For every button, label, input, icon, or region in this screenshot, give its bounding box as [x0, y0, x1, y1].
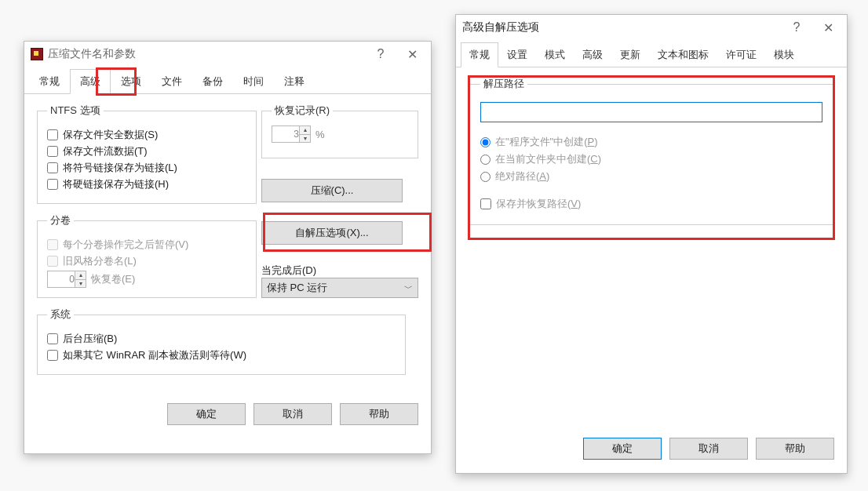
window-title-right: 高级自解压选项	[462, 20, 781, 35]
radio-progfiles[interactable]: 在"程序文件"中创建(P)	[480, 135, 822, 149]
ntfs-legend: NTFS 选项	[47, 104, 104, 118]
tab-options-left[interactable]: 选项	[111, 69, 151, 94]
cancel-button-left[interactable]: 取消	[253, 403, 332, 425]
help-button-right[interactable]: ?	[781, 16, 812, 38]
radio-current-input[interactable]	[480, 155, 491, 165]
vol-pause: 每个分卷操作完之后暂停(V)	[47, 238, 246, 252]
spin-up-icon[interactable]: ▴	[299, 126, 310, 135]
footer-left: 确定 取消 帮助	[24, 394, 431, 435]
recovery-group: 恢复记录(R) 3▴▾ %	[261, 104, 418, 158]
titlebar-right: 高级自解压选项 ? ✕	[456, 15, 847, 40]
titlebar-left: 压缩文件名和参数 ? ✕	[24, 42, 431, 67]
tab-module-right[interactable]: 模块	[765, 42, 803, 67]
close-button-right[interactable]: ✕	[812, 16, 844, 38]
ntfs-chk-2[interactable]	[47, 162, 58, 173]
volumes-group: 分卷 每个分卷操作完之后暂停(V) 旧风格分卷名(L) 0▴▾ 恢复卷(E)	[37, 213, 257, 298]
radio-progfiles-input[interactable]	[480, 137, 491, 147]
sys-bg[interactable]: 后台压缩(B)	[47, 332, 396, 346]
ntfs-chk-0[interactable]	[47, 129, 58, 140]
tabs-left: 常规 高级 选项 文件 备份 时间 注释	[24, 68, 431, 94]
recovery-legend: 恢复记录(R)	[272, 104, 333, 118]
spin-up-icon[interactable]: ▴	[75, 271, 86, 280]
system-legend: 系统	[47, 307, 74, 322]
help-button-left-footer[interactable]: 帮助	[340, 403, 418, 425]
cancel-button-right[interactable]: 取消	[669, 438, 748, 460]
vol-recover-label: 恢复卷(E)	[91, 272, 135, 286]
help-button-left[interactable]: ?	[365, 43, 396, 65]
tab-files-left[interactable]: 文件	[151, 69, 192, 94]
radio-current[interactable]: 在当前文件夹中创建(C)	[480, 152, 822, 166]
tab-texticon-right[interactable]: 文本和图标	[649, 42, 717, 67]
when-done-label: 当完成后(D)	[261, 264, 418, 278]
close-button-left[interactable]: ✕	[396, 43, 428, 65]
ok-button-right[interactable]: 确定	[583, 438, 662, 460]
tab-license-right[interactable]: 许可证	[717, 42, 765, 67]
sys-wait[interactable]: 如果其它 WinRAR 副本被激活则等待(W)	[47, 348, 396, 362]
extract-path-input[interactable]	[480, 102, 822, 122]
sfx-options-window: 高级自解压选项 ? ✕ 常规 设置 模式 高级 更新 文本和图标 许可证 模块 …	[455, 14, 848, 474]
ntfs-group: NTFS 选项 保存文件安全数据(S) 保存文件流数据(T) 将符号链接保存为链…	[37, 104, 257, 204]
recovery-num[interactable]: 3▴▾	[272, 125, 311, 143]
chevron-down-icon: ﹀	[404, 282, 413, 294]
body-right: 解压路径 在"程序文件"中创建(P) 在当前文件夹中创建(C) 绝对路径(A) …	[456, 67, 847, 428]
tab-backup-left[interactable]: 备份	[192, 69, 233, 94]
when-done-value: 保持 PC 运行	[267, 281, 327, 295]
archive-params-window: 压缩文件名和参数 ? ✕ 常规 高级 选项 文件 备份 时间 注释 NTFS 选…	[24, 41, 432, 454]
recovery-pct: %	[315, 129, 325, 140]
tab-time-left[interactable]: 时间	[233, 69, 274, 94]
window-title-left: 压缩文件名和参数	[48, 47, 365, 61]
tabs-right: 常规 设置 模式 高级 更新 文本和图标 许可证 模块	[456, 42, 847, 67]
sys-wait-chk[interactable]	[47, 350, 58, 361]
path-legend: 解压路径	[480, 77, 527, 91]
tab-advanced-right[interactable]: 高级	[574, 42, 611, 67]
vol-oldstyle-chk	[47, 256, 58, 267]
winrar-icon	[31, 48, 43, 60]
ntfs-chk-3[interactable]	[47, 179, 58, 190]
volumes-legend: 分卷	[47, 213, 74, 227]
tab-general-right[interactable]: 常规	[461, 42, 498, 67]
ntfs-chk-1[interactable]	[47, 146, 58, 157]
tab-setup-right[interactable]: 设置	[498, 42, 536, 67]
vol-pause-chk	[47, 239, 58, 250]
path-group: 解压路径 在"程序文件"中创建(P) 在当前文件夹中创建(C) 绝对路径(A) …	[469, 77, 834, 225]
spin-down-icon[interactable]: ▾	[299, 135, 310, 143]
sfx-options-button[interactable]: 自解压选项(X)...	[261, 221, 403, 245]
ok-button-left[interactable]: 确定	[167, 403, 246, 425]
tab-mode-right[interactable]: 模式	[536, 42, 574, 67]
tab-update-right[interactable]: 更新	[611, 42, 649, 67]
save-restore-chk[interactable]	[480, 198, 491, 209]
ntfs-opt-2[interactable]: 将符号链接保存为链接(L)	[47, 161, 246, 175]
spin-down-icon[interactable]: ▾	[75, 280, 86, 288]
body-left: NTFS 选项 保存文件安全数据(S) 保存文件流数据(T) 将符号链接保存为链…	[24, 94, 431, 394]
sys-bg-chk[interactable]	[47, 333, 58, 344]
save-restore-path[interactable]: 保存并恢复路径(V)	[480, 197, 822, 211]
radio-absolute[interactable]: 绝对路径(A)	[480, 169, 822, 184]
vol-recover-row: 0▴▾ 恢复卷(E)	[47, 271, 246, 288]
tab-general-left[interactable]: 常规	[29, 69, 70, 94]
compress-button[interactable]: 压缩(C)...	[261, 179, 403, 202]
radio-absolute-input[interactable]	[480, 172, 491, 182]
ntfs-opt-3[interactable]: 将硬链接保存为链接(H)	[47, 177, 246, 191]
footer-right: 确定 取消 帮助	[456, 428, 847, 469]
system-group: 系统 后台压缩(B) 如果其它 WinRAR 副本被激活则等待(W)	[37, 307, 406, 375]
help-button-right-footer[interactable]: 帮助	[756, 438, 834, 460]
recovery-row: 3▴▾ %	[272, 125, 408, 143]
tab-comment-left[interactable]: 注释	[274, 69, 315, 94]
ntfs-opt-1[interactable]: 保存文件流数据(T)	[47, 144, 246, 158]
tab-advanced-left[interactable]: 高级	[70, 69, 111, 94]
ntfs-opt-0[interactable]: 保存文件安全数据(S)	[47, 128, 246, 142]
when-done-select[interactable]: 保持 PC 运行 ﹀	[261, 278, 418, 298]
vol-oldstyle: 旧风格分卷名(L)	[47, 254, 246, 268]
vol-recover-num[interactable]: 0▴▾	[47, 271, 86, 288]
